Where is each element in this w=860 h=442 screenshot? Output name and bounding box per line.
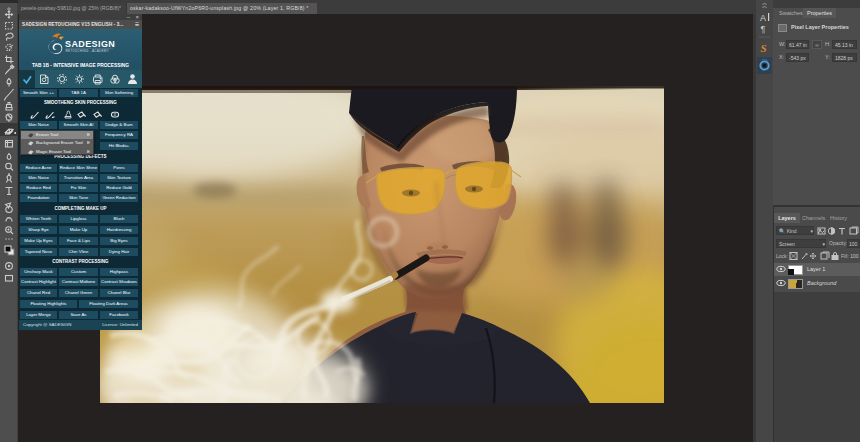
svg-text:¶: ¶ [761, 24, 766, 34]
svg-text:RETOUCHING - ACADEMY: RETOUCHING - ACADEMY [66, 49, 109, 53]
svg-text:SADESIGN: SADESIGN [65, 39, 115, 49]
svg-text:A: A [760, 13, 766, 23]
svg-text:S: S [761, 42, 767, 54]
